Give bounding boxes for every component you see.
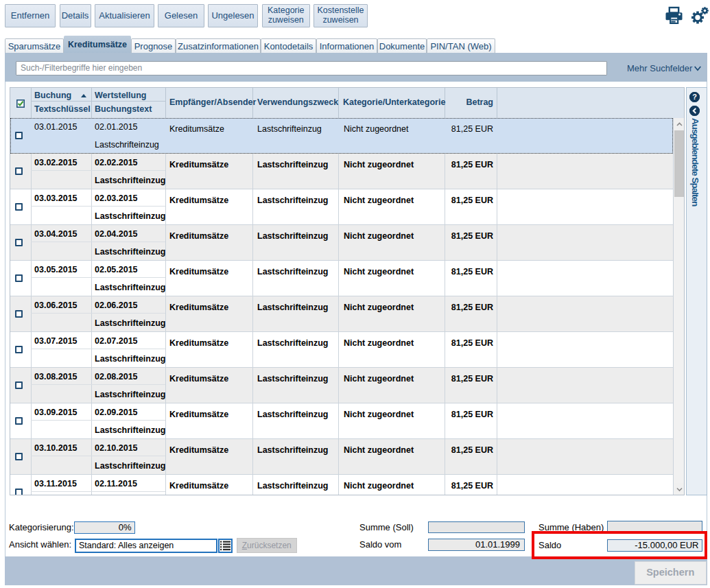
- svg-text:?: ?: [692, 93, 697, 101]
